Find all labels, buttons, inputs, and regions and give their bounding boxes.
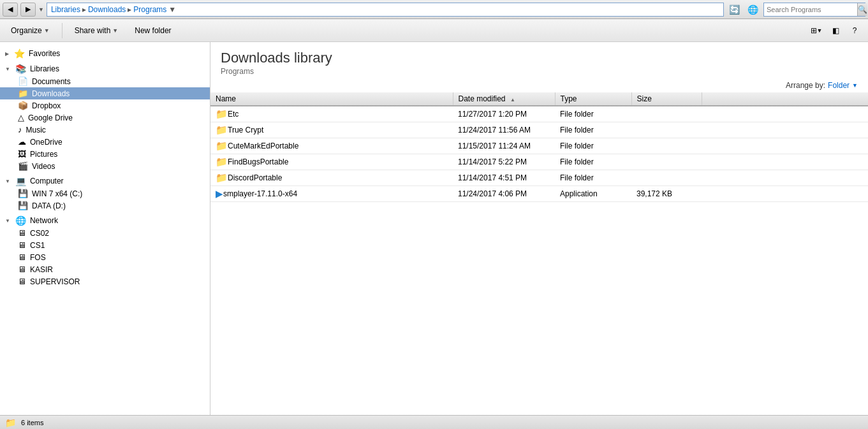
sidebar-item-libraries[interactable]: ▼ 📚 Libraries [0, 62, 210, 75]
file-name: True Crypt [228, 126, 263, 135]
sidebar-item-dropbox[interactable]: 📦 Dropbox [0, 99, 210, 112]
file-type: Application [555, 186, 631, 202]
sidebar-item-pictures[interactable]: 🖼 Pictures [0, 148, 210, 160]
file-name-cell: 📁 FindBugsPortable [210, 154, 453, 170]
favorites-icon: ⭐ [14, 48, 25, 59]
view-toggle-button[interactable]: ⊞▼ [808, 24, 825, 38]
sidebar-item-data-d[interactable]: 💾 DATA (D:) [0, 200, 210, 212]
sidebar-item-google-drive[interactable]: △ Google Drive [0, 112, 210, 124]
computer-expand-arrow: ▼ [5, 178, 10, 184]
file-date-modified: 11/24/2017 4:06 PM [453, 186, 555, 202]
address-path[interactable]: Libraries ▸ Downloads ▸ Programs ▼ [47, 3, 724, 17]
sidebar-item-supervisor[interactable]: 🖥 SUPERVISOR [0, 275, 210, 287]
downloads-icon: 📁 [18, 89, 28, 98]
arrange-dropdown-arrow[interactable]: ▼ [852, 82, 858, 89]
documents-label: Documents [32, 77, 205, 86]
file-extra [702, 186, 868, 202]
fos-icon: 🖥 [18, 252, 26, 262]
organize-button[interactable]: Organize ▼ [5, 22, 55, 39]
file-name: Etc [228, 110, 239, 119]
forward-button[interactable]: ▶ [20, 3, 36, 17]
share-with-label: Share with [75, 26, 111, 35]
compat-button[interactable]: 🌐 [745, 4, 761, 15]
content-area: Downloads library Programs Arrange by: F… [210, 42, 868, 415]
win7-label: WIN 7 x64 (C:) [32, 189, 205, 198]
sidebar-item-onedrive[interactable]: ☁ OneDrive [0, 136, 210, 148]
table-row[interactable]: 📁 Etc 11/27/2017 1:20 PM File folder [210, 106, 868, 122]
toolbar-separator-1 [62, 23, 63, 38]
sidebar-item-computer[interactable]: ▼ 💻 Computer [0, 175, 210, 187]
file-type: File folder [555, 138, 631, 154]
table-row[interactable]: 📁 FindBugsPortable 11/14/2017 5:22 PM Fi… [210, 154, 868, 170]
sidebar-item-videos[interactable]: 🎬 Videos [0, 160, 210, 172]
content-subtitle: Programs [221, 67, 858, 76]
path-programs[interactable]: Programs [133, 5, 166, 14]
search-input[interactable] [764, 3, 857, 16]
file-type: File folder [555, 106, 631, 122]
network-expand-arrow: ▼ [5, 218, 10, 224]
folder-icon: 📁 [216, 172, 228, 184]
cs1-label: CS1 [30, 241, 205, 250]
data-d-icon: 💾 [18, 201, 28, 210]
path-downloads[interactable]: Downloads [88, 5, 126, 14]
path-libraries[interactable]: Libraries [51, 5, 80, 14]
file-size: 39,172 KB [631, 186, 702, 202]
back-button[interactable]: ◀ [3, 3, 18, 17]
arrange-value[interactable]: Folder [828, 81, 850, 90]
file-extra [702, 154, 868, 170]
libraries-expand-arrow: ▼ [5, 66, 10, 72]
app-icon: ▶ [216, 188, 223, 200]
new-folder-button[interactable]: New folder [129, 22, 177, 39]
file-date-modified: 11/14/2017 4:51 PM [453, 170, 555, 186]
search-box: 🔍 [763, 3, 865, 17]
folder-icon: 📁 [216, 156, 228, 168]
file-date-modified: 11/27/2017 1:20 PM [453, 106, 555, 122]
col-type-header[interactable]: Type [555, 92, 631, 106]
file-date-modified: 11/14/2017 5:22 PM [453, 154, 555, 170]
sidebar-item-fos[interactable]: 🖥 FOS [0, 251, 210, 263]
help-button[interactable]: ? [846, 24, 863, 38]
sidebar-item-cs1[interactable]: 🖥 CS1 [0, 239, 210, 251]
file-name-cell: 📁 True Crypt [210, 122, 453, 138]
search-button[interactable]: 🔍 [857, 3, 867, 16]
sidebar-item-documents[interactable]: 📄 Documents [0, 75, 210, 87]
sidebar-item-network[interactable]: ▼ 🌐 Network [0, 214, 210, 227]
sidebar-item-favorites[interactable]: ▶ ⭐ Favorites [0, 47, 210, 60]
table-row[interactable]: 📁 True Crypt 11/24/2017 11:56 AM File fo… [210, 122, 868, 138]
preview-pane-button[interactable]: ◧ [827, 24, 844, 38]
sidebar-item-cs02[interactable]: 🖥 CS02 [0, 227, 210, 239]
cs02-icon: 🖥 [18, 228, 26, 238]
col-name-header[interactable]: Name [210, 92, 453, 106]
data-d-label: DATA (D:) [32, 201, 205, 210]
cs02-label: CS02 [30, 229, 205, 238]
col-modified-header[interactable]: Date modified ▲ [453, 92, 555, 106]
sidebar-item-kasir[interactable]: 🖥 KASIR [0, 263, 210, 275]
col-size-header[interactable]: Size [631, 92, 702, 106]
google-drive-icon: △ [18, 113, 24, 122]
kasir-icon: 🖥 [18, 265, 26, 274]
sidebar-item-win7[interactable]: 💾 WIN 7 x64 (C:) [0, 187, 210, 200]
sidebar-item-downloads[interactable]: 📁 Downloads [0, 87, 210, 99]
supervisor-label: SUPERVISOR [30, 277, 205, 286]
file-table: Name Date modified ▲ Type Size [210, 92, 868, 202]
folder-icon: 📁 [216, 124, 228, 136]
address-bar: ◀ ▶ ▼ Libraries ▸ Downloads ▸ Programs ▼… [0, 0, 868, 19]
nav-dropdown[interactable]: ▼ [38, 6, 44, 13]
file-name: DiscordPortable [228, 173, 282, 182]
fos-label: FOS [30, 253, 205, 262]
table-row[interactable]: 📁 DiscordPortable 11/14/2017 4:51 PM Fil… [210, 170, 868, 186]
organize-arrow: ▼ [44, 27, 50, 34]
refresh-button[interactable]: 🔄 [726, 4, 742, 15]
google-drive-label: Google Drive [28, 113, 205, 122]
dropbox-label: Dropbox [32, 101, 205, 110]
toolbar: Organize ▼ Share with ▼ New folder ⊞▼ ◧ … [0, 19, 868, 42]
file-type: File folder [555, 154, 631, 170]
music-icon: ♪ [18, 125, 22, 135]
onedrive-icon: ☁ [18, 137, 26, 147]
downloads-label: Downloads [32, 89, 205, 98]
sidebar-item-music[interactable]: ♪ Music [0, 124, 210, 136]
share-with-button[interactable]: Share with ▼ [69, 22, 124, 39]
network-section: ▼ 🌐 Network 🖥 CS02 🖥 CS1 🖥 FOS 🖥 KASIR [0, 214, 210, 287]
table-row[interactable]: 📁 CuteMarkEdPortable 11/15/2017 11:24 AM… [210, 138, 868, 154]
table-row[interactable]: ▶ smplayer-17.11.0-x64 11/24/2017 4:06 P… [210, 186, 868, 202]
